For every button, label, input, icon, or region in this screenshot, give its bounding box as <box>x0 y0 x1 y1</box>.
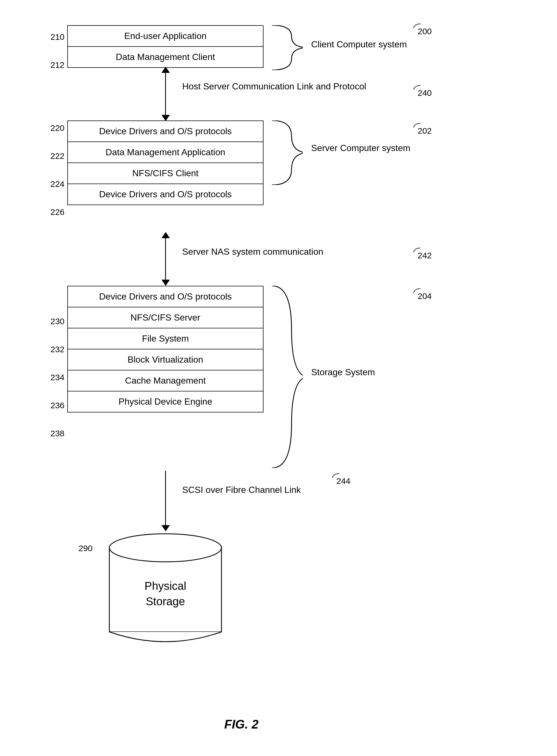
server-row-3: Device Drivers and O/S protocols <box>68 184 263 205</box>
link2-label: Server NAS system communication <box>182 247 323 257</box>
figure-caption: FIG. 2 <box>224 717 259 731</box>
arrow1-head-up <box>162 67 170 73</box>
diagram-container: 210 212 End-user Application Data Manage… <box>0 0 557 756</box>
arrow1-line <box>165 71 166 116</box>
link1-label: Host Server Communication Link and Proto… <box>182 81 366 92</box>
ref-238: 238 <box>51 429 64 438</box>
arrow2-head-up <box>162 232 170 238</box>
svg-point-6 <box>109 534 222 562</box>
ref-290: 290 <box>79 544 92 553</box>
ref-222: 222 <box>51 151 64 161</box>
client-system-box: End-user Application Data Management Cli… <box>67 25 264 68</box>
storage-row-3: Block Virtualization <box>68 350 263 370</box>
ref-220: 220 <box>51 123 64 133</box>
ref-204-arrow <box>412 287 423 296</box>
ref-200-arrow <box>412 23 423 31</box>
svg-marker-0 <box>162 115 170 121</box>
ref-226: 226 <box>51 207 64 217</box>
ref-240-arrow <box>412 84 423 92</box>
ref-236: 236 <box>51 401 64 410</box>
svg-text:Physical: Physical <box>145 580 186 592</box>
arrow1-head-down <box>162 115 170 121</box>
server-row-2: NFS/CIFS Client <box>68 163 263 184</box>
svg-marker-4 <box>162 525 170 531</box>
storage-row-0: Device Drivers and O/S protocols <box>68 286 263 307</box>
arrow3-line <box>165 471 166 527</box>
svg-marker-3 <box>162 232 170 238</box>
storage-row-2: File System <box>68 328 263 350</box>
ref-224: 224 <box>51 179 64 189</box>
storage-system-label: Storage System <box>311 367 375 377</box>
svg-text:Storage: Storage <box>146 595 185 607</box>
ref-234: 234 <box>51 373 64 382</box>
ref-202-arrow <box>412 122 423 130</box>
end-user-app-row: End-user Application <box>68 26 263 47</box>
server-row-0: Device Drivers and O/S protocols <box>68 121 263 142</box>
ref-232: 232 <box>51 345 64 354</box>
ref-212: 212 <box>51 60 64 70</box>
link3-label: SCSI over Fibre Channel Link <box>182 485 301 495</box>
svg-marker-1 <box>162 67 170 73</box>
svg-marker-2 <box>162 280 170 286</box>
arrow2-head-down <box>162 280 170 286</box>
ref-244-arrow <box>331 472 342 481</box>
client-system-label: Client Computer system <box>311 39 407 50</box>
physical-storage-cylinder: Physical Storage <box>95 531 235 652</box>
server-system-label: Server Computer system <box>311 143 410 153</box>
storage-system-box: Device Drivers and O/S protocols NFS/CIF… <box>67 286 264 413</box>
storage-row-1: NFS/CIFS Server <box>68 307 263 328</box>
storage-row-4: Cache Management <box>68 370 263 391</box>
arrow3-head-down <box>162 525 170 531</box>
storage-brace <box>269 286 303 468</box>
arrow2-line <box>165 237 166 282</box>
client-brace <box>269 25 303 70</box>
ref-210: 210 <box>51 32 64 42</box>
server-row-1: Data Management Application <box>68 142 263 163</box>
server-system-box: Device Drivers and O/S protocols Data Ma… <box>67 120 264 205</box>
ref-242-arrow <box>412 247 423 255</box>
server-brace <box>269 120 303 185</box>
ref-230: 230 <box>51 316 64 326</box>
storage-row-5: Physical Device Engine <box>68 391 263 412</box>
data-mgmt-client-row: Data Management Client <box>68 47 263 67</box>
